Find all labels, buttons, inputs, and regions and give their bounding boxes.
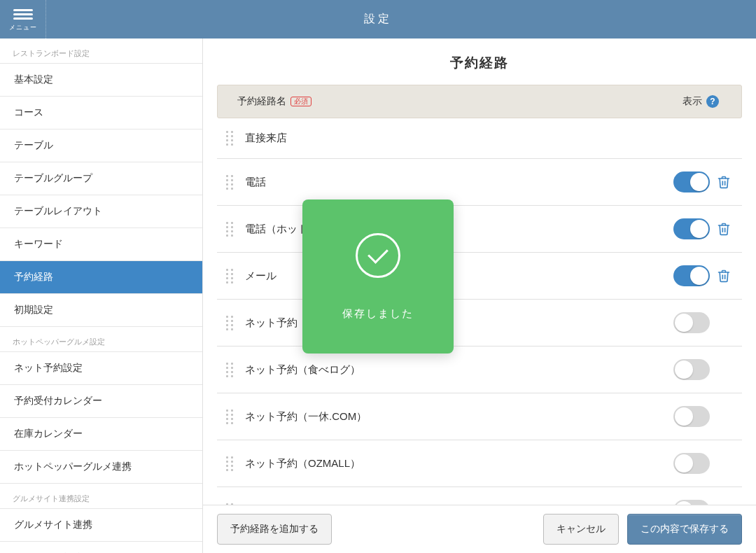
sidebar-section-title: グルメサイト連携設定 (0, 484, 202, 509)
hamburger-icon (13, 7, 33, 22)
sidebar-section-title: レストランボード設定 (0, 38, 202, 64)
drag-handle-icon[interactable] (221, 131, 238, 146)
sidebar-item[interactable]: テーブルグループ (0, 162, 202, 195)
page-title: 予約経路 (203, 38, 756, 85)
drag-handle-icon[interactable] (221, 410, 238, 424)
display-toggle[interactable] (673, 312, 710, 333)
sidebar-item[interactable]: テーブルレイアウト (0, 195, 202, 228)
add-route-button[interactable]: 予約経路を追加する (217, 514, 332, 545)
sidebar-item[interactable]: キーワード (0, 228, 202, 261)
drag-handle-icon[interactable] (221, 456, 238, 471)
header-title: 設定 (364, 12, 392, 27)
route-name: ネット予約（一休.COM） (238, 410, 673, 424)
app-header: メニュー 設定 (0, 0, 756, 38)
sidebar-item[interactable]: 予約受付カレンダー (0, 385, 202, 418)
sidebar-item[interactable]: 初期設定 (0, 294, 202, 327)
drag-handle-icon[interactable] (221, 175, 238, 190)
toast-message: 保存しました (342, 307, 414, 321)
sidebar-item[interactable]: テーブル (0, 130, 202, 162)
sidebar-item[interactable]: ネット予約設定 (0, 352, 202, 385)
required-badge: 必須 (290, 97, 312, 106)
check-circle-icon (356, 233, 400, 278)
route-row: 直接来店 (217, 118, 742, 159)
delete-icon[interactable] (710, 174, 738, 190)
settings-sidebar: レストランボード設定基本設定コーステーブルテーブルグループテーブルレイアウトキー… (0, 38, 203, 553)
display-toggle[interactable] (673, 218, 710, 239)
display-toggle[interactable] (673, 359, 710, 380)
list-scroll-area[interactable]: 予約経路名 必須 表示 ? 直接来店電話電話（ホットペッパー グルメ）メールネッ… (203, 85, 756, 505)
route-row: ネット予約（ぐるなび） (217, 300, 742, 346)
display-toggle[interactable] (673, 406, 710, 427)
route-row: ネット予約（食べログ） (217, 346, 742, 393)
display-toggle[interactable] (673, 453, 710, 474)
route-name: ネット予約（食べログ） (238, 363, 673, 377)
route-row: ネット予約（一休.COM） (217, 393, 742, 440)
sidebar-item[interactable]: コース (0, 97, 202, 130)
drag-handle-icon[interactable] (221, 269, 238, 284)
cancel-button[interactable]: キャンセル (543, 514, 619, 545)
route-name: 電話 (238, 176, 673, 189)
display-toggle[interactable] (673, 265, 710, 286)
sidebar-item[interactable]: 予約経路 (0, 261, 202, 294)
drag-handle-icon[interactable] (221, 316, 238, 330)
sidebar-section-title: Airウェイト連携設定 (0, 542, 202, 553)
col-name-label: 予約経路名 (237, 95, 286, 108)
delete-icon[interactable] (710, 221, 738, 237)
list-header: 予約経路名 必須 表示 ? (217, 85, 742, 118)
save-success-toast: 保存しました (302, 200, 454, 354)
drag-handle-icon[interactable] (221, 222, 238, 237)
sidebar-item[interactable]: ホットペッパーグルメ連携 (0, 451, 202, 484)
sidebar-section-title: ホットペッパーグルメ設定 (0, 327, 202, 352)
route-row: ネット予約（PayPayグルメ） (217, 487, 742, 505)
display-toggle[interactable] (673, 500, 710, 505)
menu-button[interactable]: メニュー (0, 0, 46, 38)
checkmark-icon (368, 243, 388, 264)
sidebar-item[interactable]: 基本設定 (0, 64, 202, 97)
save-button[interactable]: この内容で保存する (627, 514, 742, 545)
route-name: ネット予約（OZMALL） (238, 457, 673, 470)
menu-label: メニュー (9, 23, 37, 32)
main-panel: 予約経路 予約経路名 必須 表示 ? 直接来店電話電話（ホットペッパー グルメ）… (203, 38, 756, 553)
delete-icon[interactable] (710, 268, 738, 284)
route-row: 電話（ホットペッパー グルメ） (217, 206, 742, 253)
sidebar-item[interactable]: 在庫カレンダー (0, 418, 202, 451)
route-name: 直接来店 (238, 132, 738, 145)
route-row: メール (217, 253, 742, 300)
help-icon[interactable]: ? (706, 95, 719, 108)
route-row: 電話 (217, 159, 742, 206)
display-toggle[interactable] (673, 172, 710, 192)
footer-bar: 予約経路を追加する キャンセル この内容で保存する (203, 505, 756, 553)
col-display-label: 表示 (682, 95, 702, 108)
sidebar-item[interactable]: グルメサイト連携 (0, 509, 202, 542)
drag-handle-icon[interactable] (221, 363, 238, 377)
route-row: ネット予約（OZMALL） (217, 440, 742, 487)
